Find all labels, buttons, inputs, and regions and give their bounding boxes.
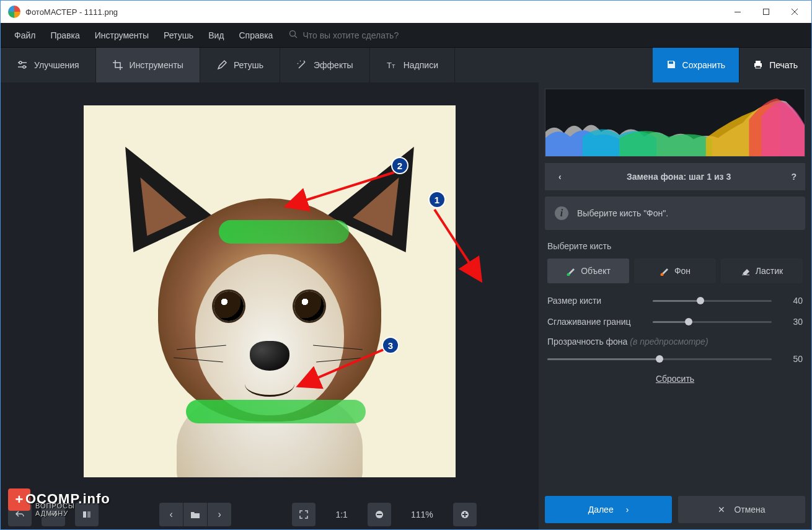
choose-brush-label: Выберите кисть	[547, 241, 803, 251]
zoom-ratio[interactable]: 1:1	[325, 510, 357, 519]
menu-tools[interactable]: Инструменты	[89, 27, 155, 44]
svg-point-2	[290, 30, 296, 36]
annotation-2: 2	[391, 157, 408, 174]
next-image-button[interactable]: ›	[208, 503, 231, 526]
tab-text[interactable]: TT Надписи	[370, 48, 455, 82]
menu-retouch[interactable]: Ретушь	[157, 27, 200, 44]
svg-rect-12	[756, 66, 761, 68]
transparency-label: Прозрачность фона (в предпросмотре)	[547, 337, 803, 347]
search-input[interactable]	[302, 30, 439, 40]
close-button[interactable]	[780, 1, 809, 23]
app-logo-icon	[8, 6, 20, 18]
tab-tools-label: Инструменты	[130, 60, 183, 70]
canvas-view[interactable]: 1 2 3	[1, 82, 539, 500]
brush-icon	[216, 60, 227, 71]
feather-value: 30	[778, 317, 803, 327]
menu-file[interactable]: Файл	[8, 27, 42, 44]
transparency-value: 50	[778, 354, 803, 364]
browse-button[interactable]	[183, 503, 207, 526]
search-icon	[289, 30, 298, 41]
svg-rect-19	[377, 514, 382, 515]
brush-object[interactable]: Объект	[547, 258, 629, 283]
maximize-button[interactable]	[752, 1, 780, 23]
feather-slider[interactable]	[653, 316, 772, 328]
brush-background-label: Фон	[674, 266, 691, 276]
svg-rect-0	[735, 12, 741, 12]
menu-view[interactable]: Вид	[202, 27, 230, 44]
cancel-button[interactable]: ✕ Отмена	[678, 496, 805, 523]
sliders-icon	[17, 60, 28, 71]
sidebar: ‹ Замена фона: шаг 1 из 3 ? i Выберите к…	[539, 82, 811, 529]
save-button[interactable]: Сохранить	[653, 48, 739, 82]
panel-title-bar: ‹ Замена фона: шаг 1 из 3 ?	[545, 163, 805, 190]
object-brush-icon	[566, 266, 576, 276]
next-button[interactable]: Далее ›	[545, 496, 672, 523]
print-button[interactable]: Печать	[739, 48, 811, 82]
object-brush-stroke	[186, 400, 366, 423]
svg-text:T: T	[392, 63, 395, 69]
crop-icon	[112, 60, 123, 71]
back-button[interactable]: ‹	[554, 169, 567, 184]
reset-link[interactable]: Сбросить	[547, 374, 803, 384]
menu-edit[interactable]: Правка	[44, 27, 86, 44]
svg-rect-10	[756, 61, 761, 63]
chevron-right-icon: ›	[626, 505, 629, 515]
svg-rect-16	[83, 511, 86, 518]
svg-rect-1	[764, 9, 769, 15]
zoom-in-button[interactable]	[453, 503, 477, 526]
tab-effects-label: Эффекты	[314, 60, 353, 70]
brush-background[interactable]: Фон	[634, 258, 716, 283]
size-slider[interactable]	[653, 294, 772, 307]
tab-text-label: Надписи	[404, 60, 438, 70]
panel-title: Замена фона: шаг 1 из 3	[567, 172, 792, 182]
size-label: Размер кисти	[547, 296, 647, 306]
svg-rect-17	[87, 511, 90, 518]
tab-effects[interactable]: Эффекты	[280, 48, 370, 82]
watermark-line2: ВОПРОСЫ АДМИНУ	[35, 502, 75, 517]
menu-help[interactable]: Справка	[232, 27, 279, 44]
wand-icon	[296, 60, 307, 71]
background-brush-icon	[660, 266, 669, 276]
save-icon	[666, 60, 676, 71]
svg-point-7	[23, 66, 25, 68]
tab-enhance[interactable]: Улучшения	[1, 48, 96, 82]
svg-rect-22	[464, 512, 466, 517]
menubar: Файл Правка Инструменты Ретушь Вид Справ…	[1, 23, 811, 48]
window-title: ФотоМАСТЕР - 1111.png	[25, 7, 723, 17]
feather-label: Сглаживание границ	[547, 317, 647, 327]
brush-eraser[interactable]: Ластик	[721, 258, 803, 283]
size-value: 40	[778, 296, 803, 306]
tab-tools[interactable]: Инструменты	[96, 48, 200, 82]
app-window: ФотоМАСТЕР - 1111.png Файл Правка Инстру…	[0, 0, 812, 530]
canvas-area: 1 2 3 ‹ › 1:1 111%	[1, 82, 539, 529]
close-icon: ✕	[718, 505, 725, 515]
transparency-slider[interactable]	[547, 353, 772, 365]
print-icon	[753, 60, 763, 71]
brush-object-label: Объект	[581, 266, 611, 276]
histogram	[545, 89, 805, 157]
annotation-3: 3	[382, 337, 399, 354]
brush-eraser-label: Ластик	[756, 266, 783, 276]
next-label: Далее	[588, 505, 614, 515]
tab-retouch-label: Ретушь	[234, 60, 263, 70]
cancel-label: Отмена	[734, 505, 765, 515]
svg-text:T: T	[387, 61, 392, 70]
help-button[interactable]: ?	[791, 172, 797, 182]
hint-text: Выберите кисть "Фон".	[577, 208, 668, 218]
save-label: Сохранить	[682, 60, 726, 70]
minimize-button[interactable]	[723, 1, 752, 23]
eraser-icon	[741, 266, 751, 276]
hint-box: i Выберите кисть "Фон".	[545, 197, 805, 230]
content-area: 1 2 3 ‹ › 1:1 111%	[1, 82, 811, 529]
info-icon: i	[555, 206, 568, 220]
object-brush-stroke	[219, 220, 349, 244]
text-icon: TT	[386, 60, 397, 71]
print-label: Печать	[769, 60, 798, 70]
tab-enhance-label: Улучшения	[34, 60, 79, 70]
prev-image-button[interactable]: ‹	[159, 503, 183, 526]
zoom-value: 111%	[401, 510, 443, 519]
titlebar: ФотоМАСТЕР - 1111.png	[1, 1, 811, 23]
zoom-out-button[interactable]	[368, 503, 391, 526]
tab-retouch[interactable]: Ретушь	[200, 48, 280, 82]
fit-screen-button[interactable]	[292, 503, 316, 526]
